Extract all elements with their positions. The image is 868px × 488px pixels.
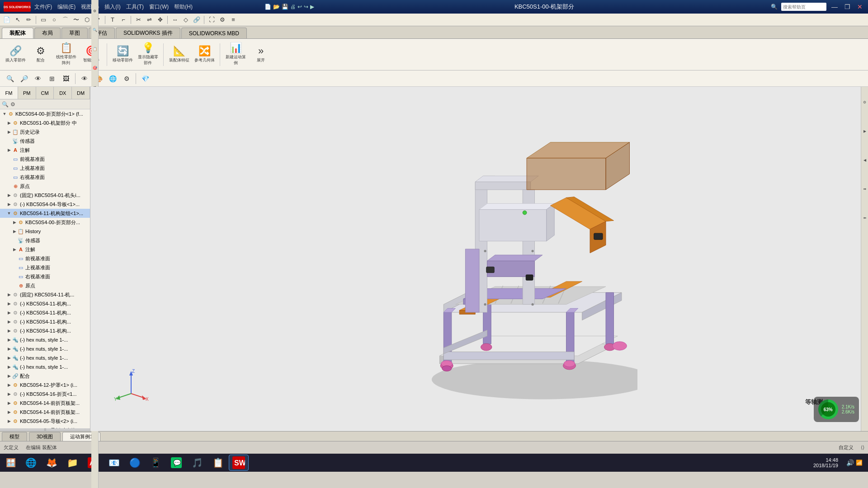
taskbar-app3[interactable]: 📱	[146, 455, 165, 471]
section-view-button[interactable]: ⊞	[46, 72, 58, 85]
view-orient-button[interactable]: 👁	[32, 72, 44, 85]
toggle-30[interactable]: ▶	[6, 392, 12, 396]
tree-root[interactable]: ▼ ⚙ KBC50S4-00-折页部分<1> (f...	[0, 109, 90, 118]
list-item[interactable]: ▭ 上视基准面	[0, 164, 90, 173]
list-item[interactable]: ▭ 前视基准面	[0, 254, 90, 263]
toggle-29[interactable]: ▶	[6, 383, 12, 387]
print-icon[interactable]: 🖨	[290, 4, 296, 10]
tab-layout[interactable]: 布局	[34, 28, 61, 38]
right-panel-btn5[interactable]: ⬇	[862, 204, 868, 231]
menu-edit[interactable]: 编辑(E)	[57, 3, 75, 11]
taskbar-app5[interactable]: 📋	[208, 455, 228, 471]
list-item[interactable]: ▶ 🔩 (-) hex nuts, style 1-...	[0, 362, 90, 371]
help-search-input[interactable]	[781, 3, 826, 11]
open-icon[interactable]: 📂	[273, 4, 280, 10]
toggle-3[interactable]: ▶	[6, 148, 12, 152]
taskbar-ie[interactable]: 🌐	[21, 455, 41, 471]
list-item[interactable]: ▼ ⚙ KBC50S4-11-机构架组<1>...	[0, 209, 90, 218]
start-button[interactable]: 🪟	[2, 455, 20, 471]
tab-assembly[interactable]: 装配体	[2, 28, 33, 38]
insert-component-button[interactable]: 🔗 插入零部件	[4, 41, 27, 68]
tab-3dview[interactable]: 3D视图	[29, 432, 61, 441]
realview-button[interactable]: 💎	[139, 72, 151, 85]
root-toggle[interactable]: ▼	[2, 112, 7, 116]
taskbar-app2[interactable]: 🔵	[125, 455, 145, 471]
dimension-button[interactable]: ◇	[181, 15, 191, 25]
tab-sw-mbd[interactable]: SOLIDWORKS MBD	[181, 28, 247, 38]
right-panel-btn2[interactable]: ▶	[862, 117, 868, 145]
list-item[interactable]: ▶ ⚙ (-) KBC50S4-11-机构...	[0, 308, 90, 317]
display-style-button[interactable]: 🖼	[60, 72, 72, 85]
scene-button[interactable]: 🌐	[106, 72, 119, 85]
fillet-button[interactable]: ⌐	[118, 15, 128, 25]
toggle-11[interactable]: ▶	[12, 220, 17, 225]
view-settings-button[interactable]: ⚙	[120, 72, 133, 85]
right-panel-btn3[interactable]: ◀	[862, 146, 868, 174]
toggle-26[interactable]: ▶	[6, 356, 12, 360]
new-icon[interactable]: 📄	[264, 4, 271, 10]
list-item[interactable]: ▶ A 注解	[0, 145, 90, 155]
rebuild-button[interactable]: ⚙	[217, 15, 227, 25]
spline-button[interactable]: 〜	[71, 15, 81, 25]
new-doc-button[interactable]: 📄	[2, 15, 12, 25]
list-item[interactable]: ▭ 前视基准面	[0, 155, 90, 164]
tray-icon1[interactable]: 🔊	[846, 459, 854, 466]
toggle-28[interactable]: ▶	[6, 374, 12, 378]
circle-button[interactable]: ○	[49, 15, 59, 25]
dim-button[interactable]: ↔	[170, 15, 180, 25]
play-icon[interactable]: ▶	[310, 4, 314, 10]
arc-button[interactable]: ⌒	[60, 15, 70, 25]
menu-file[interactable]: 文件(F)	[34, 3, 52, 11]
text-button[interactable]: T	[108, 15, 118, 25]
redo-icon[interactable]: ↪	[304, 4, 308, 10]
list-item[interactable]: ▶ A 注解	[0, 245, 90, 254]
toggle-32[interactable]: ▶	[6, 410, 12, 414]
list-item[interactable]: 📡 传感器	[0, 136, 90, 145]
list-item[interactable]: ⊕ 原点	[0, 182, 90, 191]
list-item[interactable]: ▶ ⚙ KBC50S1-00-机架部分 中	[0, 118, 90, 127]
toggle-8[interactable]: ▶	[6, 193, 12, 197]
list-item[interactable]: ▶ ⚙ KBC50S4-14-前折页板架...	[0, 408, 90, 417]
toggle-1[interactable]: ▶	[6, 130, 12, 134]
menu-insert[interactable]: 插入(I)	[104, 3, 120, 11]
filter-icon[interactable]: 🔍	[2, 101, 9, 108]
relation-button[interactable]: 🔗	[192, 15, 202, 25]
toggle-25[interactable]: ▶	[6, 347, 12, 351]
mate-button[interactable]: ⚙ 配合	[29, 41, 52, 68]
right-panel-btn1[interactable]: ⚙	[862, 89, 868, 116]
save-icon[interactable]: 💾	[282, 4, 288, 10]
list-item[interactable]: ▭ 上视基准面	[0, 263, 90, 272]
toggle-12[interactable]: ▶	[12, 229, 17, 234]
rectangle-button[interactable]: ▭	[38, 15, 48, 25]
toggle-0[interactable]: ▶	[6, 121, 12, 125]
feature-manager-tab[interactable]: FM	[0, 87, 18, 99]
trim-button[interactable]: ✂	[133, 15, 143, 25]
list-item[interactable]: ▶ ⚙ (-) KBC50S4-11-机构...	[0, 317, 90, 326]
exit-button[interactable]: ⛶	[207, 15, 217, 25]
taskbar-explorer[interactable]: 📁	[62, 455, 82, 471]
list-item[interactable]: ▶ ⚙ (-) KBC50S4-16-折页<1...	[0, 389, 90, 399]
taskbar-app4[interactable]: 🎵	[187, 455, 207, 471]
tray-icon2[interactable]: 📶	[856, 460, 863, 466]
toggle-9[interactable]: ▶	[6, 202, 12, 206]
right-panel-btn4[interactable]: ⬆	[862, 175, 868, 202]
assembly-feature-button[interactable]: 📐 装配体特征	[167, 41, 191, 68]
left-tool-4[interactable]: 🎯	[92, 59, 98, 77]
tab-sketch[interactable]: 草图	[61, 28, 88, 38]
toggle-24[interactable]: ▶	[6, 338, 12, 342]
taskbar-solidworks[interactable]: SW	[229, 455, 249, 471]
toggle-23[interactable]: ▶	[6, 328, 12, 333]
left-tool-1[interactable]: ⚙	[92, 2, 98, 20]
taskbar-wechat[interactable]: 💬	[166, 455, 186, 471]
zoom-in-out-button[interactable]: 🔎	[18, 72, 30, 85]
menu-tools[interactable]: 工具(T)	[126, 3, 144, 11]
list-item[interactable]: ▶ ⚙ (固定) KBC50S4-11-机...	[0, 290, 90, 299]
undo-icon[interactable]: ↩	[297, 4, 302, 10]
list-item[interactable]: ▶ 🔩 (-) hex nuts, style 1-...	[0, 335, 90, 344]
panel-resize-handle[interactable]: ⠿	[0, 428, 90, 431]
mirror-button[interactable]: ⇌	[144, 15, 154, 25]
config-manager-tab[interactable]: CM	[36, 87, 54, 99]
toggle-14[interactable]: ▶	[12, 247, 17, 252]
hide-show-button[interactable]: 👁	[78, 72, 91, 85]
options-button[interactable]: ≡	[228, 15, 238, 25]
